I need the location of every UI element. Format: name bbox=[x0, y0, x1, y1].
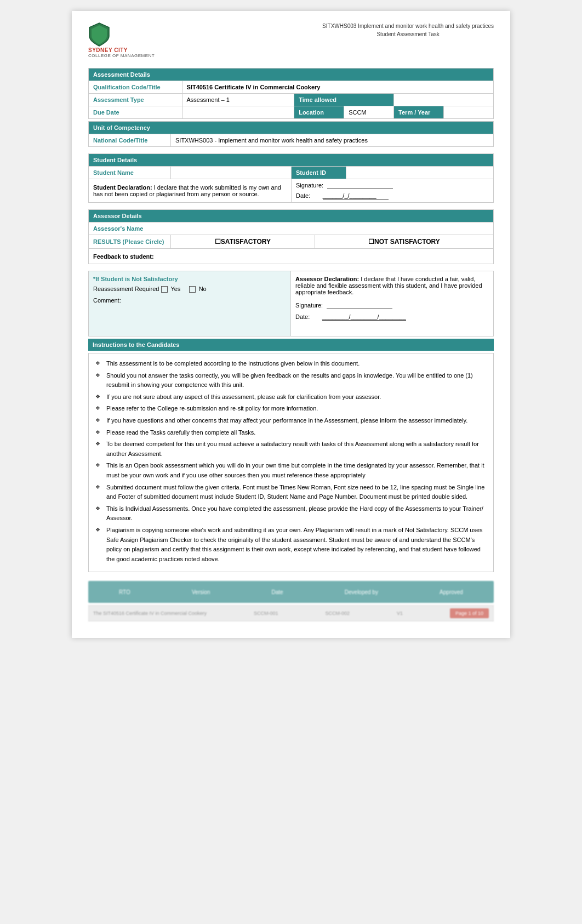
yes-label: Yes bbox=[170, 286, 180, 292]
location-value: SCCM bbox=[344, 106, 394, 119]
assessor-sig-row: Signature: bbox=[295, 302, 489, 309]
footer-page-btn[interactable]: Page 1 of 10 bbox=[450, 608, 489, 618]
instruction-item-6: Please read the Tasks carefully then com… bbox=[95, 428, 487, 438]
instruction-item-1: This assessment is to be completed accor… bbox=[95, 359, 487, 369]
footer-col2: Version bbox=[192, 589, 210, 595]
comment-row: Comment: bbox=[93, 297, 286, 304]
assessor-declaration-text: Assessor Declaration: I declare that I h… bbox=[295, 276, 489, 295]
student-name-value bbox=[171, 167, 292, 179]
instructions-list: This assessment is to be completed accor… bbox=[95, 359, 487, 564]
date-line: ______/_/________ bbox=[323, 192, 389, 199]
footer-col4: Developed by bbox=[345, 589, 378, 595]
type-value: Assessment – 1 bbox=[182, 94, 294, 106]
page: SYDNEY CITY COLLEGE OF MANAGEMENT SITXWH… bbox=[72, 11, 510, 638]
footer-col1: RTO bbox=[119, 589, 130, 595]
yes-checkbox[interactable] bbox=[161, 286, 168, 293]
instruction-item-2: Should you not answer the tasks correctl… bbox=[95, 371, 487, 390]
signature-line bbox=[327, 182, 393, 189]
due-value bbox=[182, 106, 294, 119]
satisfactory-option: ☐SATISFACTORY bbox=[171, 235, 315, 249]
instructions-header: Instructions to the Candidates bbox=[88, 339, 494, 351]
student-declaration-cell: Student Declaration: I declare that the … bbox=[89, 179, 292, 203]
assessor-name-label: Assessor's Name bbox=[89, 223, 494, 235]
results-label: RESULTS (Please Circle) bbox=[89, 235, 171, 249]
reassessment-title: *If Student is Not Satisfactory bbox=[93, 276, 286, 282]
footer-sub-col2: SCCM-002 bbox=[326, 611, 350, 616]
assessor-section-header: Assessor Details bbox=[89, 210, 494, 223]
time-label: Time allowed bbox=[294, 94, 394, 106]
not-satisfactory-option: ☐NOT SATISFACTORY bbox=[315, 235, 493, 249]
page-header: SYDNEY CITY COLLEGE OF MANAGEMENT SITXWH… bbox=[88, 22, 494, 58]
footer-sub-col3: V1 bbox=[397, 611, 403, 616]
location-label: Location bbox=[294, 106, 344, 119]
footer-sub: The SIT40516 Certificate IV in Commercia… bbox=[88, 605, 494, 621]
doc-title-line2: Student Assessment Task bbox=[322, 30, 494, 38]
feedback-row: Feedback to student: bbox=[89, 249, 494, 264]
declaration-bold: Student Declaration: bbox=[93, 184, 152, 191]
instruction-item-7: To be deemed competent for this unit you… bbox=[95, 440, 487, 459]
logo-area: SYDNEY CITY COLLEGE OF MANAGEMENT bbox=[88, 22, 176, 58]
footer-sub-label: The SIT40516 Certificate IV in Commercia… bbox=[93, 611, 207, 616]
instruction-item-4: Please refer to the College re-submissio… bbox=[95, 404, 487, 414]
qual-value-text: SIT40516 Certificate IV in Commercial Co… bbox=[187, 84, 321, 90]
instruction-item-10: This is Individual Assessments. Once you… bbox=[95, 504, 487, 523]
logo-line2: COLLEGE OF MANAGEMENT bbox=[88, 53, 155, 58]
qual-label: Qualification Code/Title bbox=[89, 81, 182, 94]
qual-value: SIT40516 Certificate IV in Commercial Co… bbox=[182, 81, 493, 94]
doc-title-line1: SITXWHS003 Implement and monitor work he… bbox=[322, 22, 494, 30]
no-checkbox[interactable] bbox=[189, 286, 196, 293]
nat-label: National Code/Title bbox=[89, 134, 171, 147]
instruction-item-11: Plagiarism is copying someone else's wor… bbox=[95, 526, 487, 564]
assessor-sig-label: Signature: bbox=[295, 302, 323, 309]
instructions-body: This assessment is to be completed accor… bbox=[88, 353, 494, 572]
doc-title: SITXWHS003 Implement and monitor work he… bbox=[322, 22, 494, 38]
signature-label: Signature: bbox=[296, 182, 323, 189]
time-value bbox=[394, 94, 494, 106]
assessment-details-header: Assessment Details bbox=[89, 69, 494, 81]
student-details-table: Student Details Student Name Student ID … bbox=[88, 153, 494, 203]
assessor-date-row: Date: ________/________/________ bbox=[295, 313, 489, 321]
assessor-sig-line bbox=[327, 302, 392, 309]
unit-section-header: Unit of Competency bbox=[89, 122, 494, 134]
due-label: Due Date bbox=[89, 106, 182, 119]
shield-icon bbox=[88, 22, 110, 47]
assessment-details-table: Assessment Details Qualification Code/Ti… bbox=[88, 68, 494, 119]
comment-label: Comment: bbox=[93, 297, 121, 304]
type-label: Assessment Type bbox=[89, 94, 182, 106]
footer-sub-col1: SCCM-001 bbox=[254, 611, 278, 616]
nat-value: SITXWHS003 - Implement and monitor work … bbox=[171, 134, 494, 147]
student-id-value bbox=[346, 167, 494, 179]
assessor-details-table: Assessor Details Assessor's Name RESULTS… bbox=[88, 209, 494, 264]
reassessment-required-label: Reassessment Required bbox=[93, 286, 159, 292]
term-value bbox=[444, 106, 494, 119]
reassessment-left: *If Student is Not Satisfactory Reassess… bbox=[89, 271, 291, 336]
instruction-item-5: If you have questions and other concerns… bbox=[95, 416, 487, 426]
logo-text: SYDNEY CITY COLLEGE OF MANAGEMENT bbox=[88, 47, 155, 58]
logo-line1: SYDNEY CITY bbox=[88, 47, 155, 53]
assessor-decl-bold: Assessor Declaration: bbox=[295, 276, 359, 282]
student-section-header: Student Details bbox=[89, 154, 494, 167]
date-label: Date: bbox=[296, 192, 310, 199]
signature-row: Signature: bbox=[296, 182, 489, 189]
footer-col5: Approved bbox=[440, 589, 463, 595]
footer-bar: RTO Version Date Developed by Approved bbox=[88, 581, 494, 603]
instruction-item-9: Submitted document must follow the given… bbox=[95, 483, 487, 502]
student-name-label: Student Name bbox=[89, 167, 171, 179]
footer-col3: Date bbox=[272, 589, 283, 595]
unit-competency-table: Unit of Competency National Code/Title S… bbox=[88, 121, 494, 147]
student-id-label: Student ID bbox=[292, 167, 346, 179]
reassessment-right: Assessor Declaration: I declare that I h… bbox=[291, 271, 493, 336]
term-label: Term / Year bbox=[394, 106, 444, 119]
reassessment-section: *If Student is Not Satisfactory Reassess… bbox=[88, 271, 494, 336]
signature-cell: Signature: Date: ______/_/________ bbox=[292, 179, 494, 203]
instruction-item-8: This is an Open book assessment which yo… bbox=[95, 461, 487, 480]
assessor-date-line: ________/________/________ bbox=[322, 313, 406, 321]
instruction-item-3: If you are not sure about any aspect of … bbox=[95, 392, 487, 402]
date-row: Date: ______/_/________ bbox=[296, 192, 489, 199]
assessor-date-label: Date: bbox=[295, 313, 310, 320]
no-label: No bbox=[199, 286, 207, 292]
reassessment-required-row: Reassessment Required Yes No bbox=[93, 286, 286, 293]
